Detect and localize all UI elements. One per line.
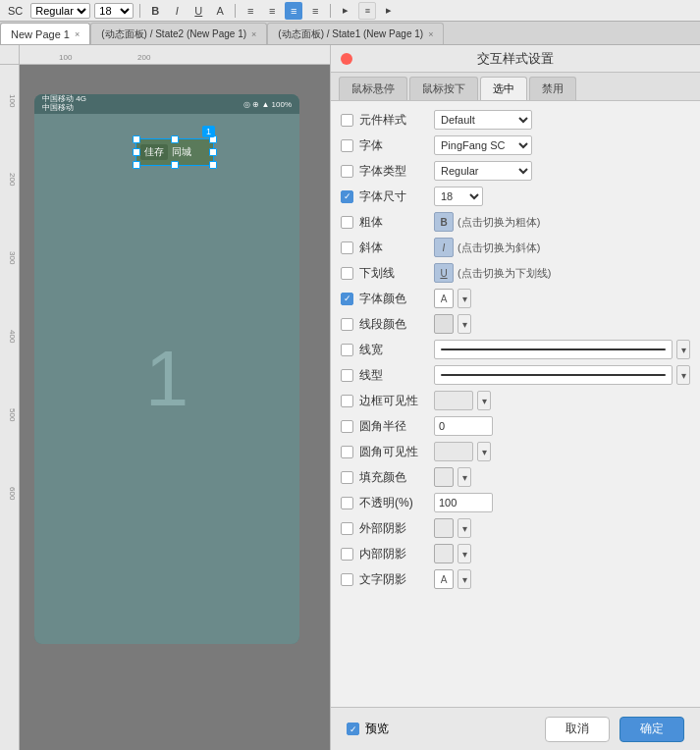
prop-inner-shadow-label: 内部阴影 (359, 546, 428, 562)
inner-shadow-dropdown[interactable]: ▾ (458, 544, 471, 563)
line-type-display[interactable] (434, 365, 673, 385)
line-type-dropdown[interactable]: ▾ (676, 365, 690, 385)
prop-corner-radius-checkbox[interactable] (341, 420, 353, 433)
dialog-close-button[interactable] (341, 53, 352, 65)
text-shadow-dropdown[interactable]: ▾ (458, 569, 471, 589)
cancel-button[interactable]: 取消 (545, 717, 610, 742)
prop-font-type-checkbox[interactable] (341, 165, 353, 178)
handle-top-left[interactable] (133, 135, 140, 143)
ruler-v-mark-100: 100 (8, 94, 17, 107)
prop-font-color-checkbox[interactable] (341, 293, 353, 305)
prop-inner-shadow-checkbox[interactable] (341, 548, 353, 561)
italic-icon-btn[interactable]: I (434, 238, 454, 257)
handle-bottom-left[interactable] (133, 161, 140, 169)
dialog-tab-mousedown[interactable]: 鼠标按下 (409, 77, 478, 100)
prop-underline-checkbox[interactable] (341, 267, 353, 280)
font-type-select[interactable]: Regular Bold Italic (434, 161, 532, 181)
more-toolbar-icon[interactable]: ▸ (337, 2, 354, 20)
fill-color-dropdown[interactable]: ▾ (458, 467, 471, 487)
fill-color-btn[interactable] (434, 467, 454, 487)
prop-opacity-checkbox[interactable] (341, 497, 353, 509)
element-style-select[interactable]: Default (434, 110, 532, 130)
line-color-btn[interactable] (434, 314, 454, 334)
align-left-icon[interactable]: ≡ (242, 2, 259, 20)
tab-state2[interactable]: (动态面板) / State2 (New Page 1) × (90, 23, 267, 44)
prop-corner-radius-row: 圆角半径 (331, 413, 700, 439)
inner-shadow-btn[interactable] (434, 544, 454, 563)
prop-text-shadow-checkbox[interactable] (341, 573, 353, 586)
prop-font-control: PingFang SC (434, 135, 690, 155)
handle-bottom-center[interactable] (171, 161, 179, 169)
canvas-area[interactable]: 100 200 100 200 300 400 500 600 中国移动 4G中… (0, 45, 330, 750)
handle-top-center[interactable] (171, 135, 179, 143)
handle-mid-left[interactable] (133, 148, 140, 156)
outer-shadow-dropdown[interactable]: ▾ (458, 518, 471, 538)
prop-italic-row: 斜体 I (点击切换为斜体) (331, 235, 700, 260)
format-icon[interactable]: ▸ (380, 2, 398, 20)
prop-corner-vis-control: ▾ (434, 442, 690, 461)
font-weight-select[interactable]: Regular (30, 3, 90, 19)
font-color-toolbar-icon[interactable]: A (211, 2, 229, 20)
preview-checkbox[interactable] (347, 723, 359, 735)
prop-line-width-checkbox[interactable] (341, 344, 353, 356)
confirm-button[interactable]: 确定 (619, 717, 684, 742)
prop-font-size-checkbox[interactable] (341, 190, 353, 203)
tab-new-page-1[interactable]: New Page 1 × (0, 23, 90, 44)
tab-close-2[interactable]: × (251, 29, 256, 39)
font-size-select[interactable]: 18 (94, 3, 134, 19)
border-vis-display[interactable] (434, 391, 473, 410)
align-right-icon[interactable]: ≡ (285, 2, 302, 20)
main-area: 100 200 100 200 300 400 500 600 中国移动 4G中… (0, 45, 700, 750)
font-color-btn[interactable]: A (434, 289, 454, 308)
tab-close-3[interactable]: × (428, 29, 433, 39)
tab-close-1[interactable]: × (75, 29, 80, 39)
corner-vis-display[interactable] (434, 442, 473, 461)
handle-bottom-right[interactable] (209, 161, 217, 169)
prop-underline-control: U (点击切换为下划线) (434, 263, 690, 283)
handle-mid-right[interactable] (209, 148, 217, 156)
line-color-dropdown[interactable]: ▾ (458, 314, 471, 334)
prop-line-width-label: 线宽 (359, 342, 428, 358)
prop-opacity-label: 不透明(%) (359, 495, 428, 511)
dialog-tab-hover[interactable]: 鼠标悬停 (339, 77, 407, 100)
prop-outer-shadow-checkbox[interactable] (341, 522, 353, 535)
prop-font-checkbox[interactable] (341, 139, 353, 152)
align-center-icon[interactable]: ≡ (263, 2, 281, 20)
corner-vis-dropdown[interactable]: ▾ (477, 442, 491, 461)
bold-icon-btn[interactable]: B (434, 212, 454, 232)
selected-element-container[interactable]: 1 佳存 同城 (135, 138, 214, 166)
underline-toolbar-icon[interactable]: U (189, 2, 207, 20)
prop-corner-vis-checkbox[interactable] (341, 446, 353, 458)
prop-text-shadow-control: A ▾ (434, 569, 690, 589)
prop-bold-checkbox[interactable] (341, 216, 353, 229)
prop-inner-shadow-control: ▾ (434, 544, 690, 563)
border-vis-dropdown[interactable]: ▾ (477, 391, 491, 410)
font-select[interactable]: PingFang SC (434, 135, 532, 155)
dialog-tab-disabled[interactable]: 禁用 (529, 77, 576, 100)
opacity-input[interactable] (434, 493, 493, 512)
prop-line-type-checkbox[interactable] (341, 369, 353, 382)
align-justify-icon[interactable]: ≡ (306, 2, 324, 20)
prop-border-vis-checkbox[interactable] (341, 395, 353, 407)
prop-element-style-checkbox[interactable] (341, 114, 353, 127)
font-size-select[interactable]: 18 12 14 16 20 24 (434, 187, 483, 206)
ruler-v-mark-500: 500 (8, 408, 17, 421)
bold-toolbar-icon[interactable]: B (146, 2, 164, 20)
underline-icon-btn[interactable]: U (434, 263, 454, 283)
corner-radius-input[interactable] (434, 416, 493, 436)
highlight-color-icon[interactable]: ≡ (358, 2, 376, 20)
ruler-v-mark-300: 300 (8, 251, 17, 264)
text-shadow-btn[interactable]: A (434, 569, 454, 589)
prop-italic-checkbox[interactable] (341, 241, 353, 254)
dialog-tab-selected[interactable]: 选中 (480, 77, 527, 100)
prop-line-color-checkbox[interactable] (341, 318, 353, 331)
line-width-display[interactable] (434, 340, 673, 359)
line-width-dropdown[interactable]: ▾ (676, 340, 690, 359)
prop-font-type-control: Regular Bold Italic (434, 161, 690, 181)
toolbar-divider-3 (330, 4, 331, 18)
font-color-dropdown[interactable]: ▾ (458, 289, 471, 308)
prop-fill-color-checkbox[interactable] (341, 471, 353, 484)
italic-toolbar-icon[interactable]: I (168, 2, 186, 20)
outer-shadow-btn[interactable] (434, 518, 454, 538)
tab-state1[interactable]: (动态面板) / State1 (New Page 1) × (267, 23, 444, 44)
